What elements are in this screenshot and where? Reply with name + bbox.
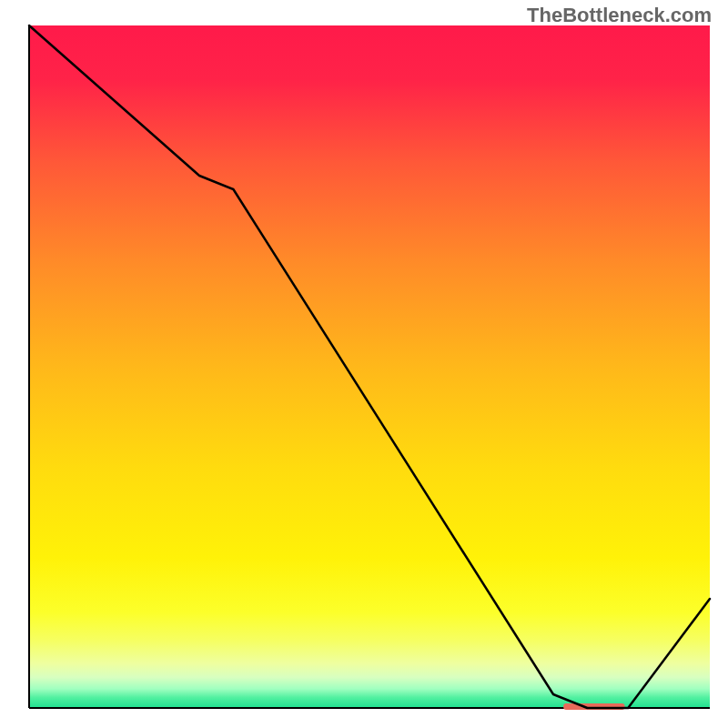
- watermark-text: TheBottleneck.com: [527, 4, 712, 27]
- chart-container: TheBottleneck.com: [0, 0, 728, 728]
- line-chart: [0, 0, 728, 728]
- plot-background: [29, 25, 710, 708]
